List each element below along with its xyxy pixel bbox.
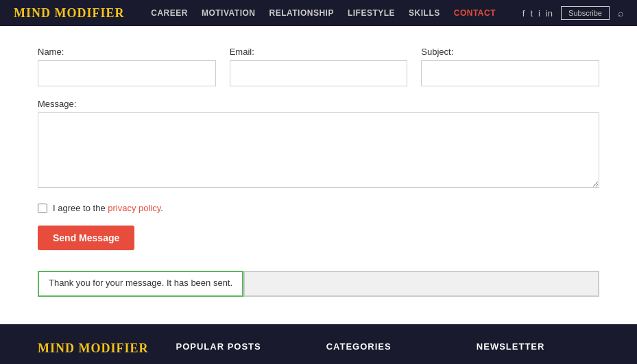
success-bar-filler <box>243 271 599 297</box>
site-logo: MIND MODIFIER <box>14 6 125 21</box>
twitter-icon[interactable]: t <box>530 8 533 19</box>
name-group: Name: <box>38 47 216 86</box>
categories-title: CATEGORIES <box>326 341 449 352</box>
email-group: Email: <box>230 47 408 86</box>
nav-lifestyle[interactable]: LIFESTYLE <box>348 8 395 18</box>
nav-motivation[interactable]: MOTIVATION <box>202 8 256 18</box>
name-input[interactable] <box>38 60 216 86</box>
popular-posts-title: POPULAR POSTS <box>176 341 299 352</box>
message-textarea[interactable] <box>38 112 599 188</box>
footer-newsletter: NEWSLETTER <box>477 341 599 355</box>
email-input[interactable] <box>230 60 408 86</box>
subscribe-button[interactable]: Subscribe <box>561 6 610 20</box>
footer-popular-posts: POPULAR POSTS <box>176 341 299 355</box>
privacy-row: I agree to the privacy policy. <box>38 203 599 213</box>
instagram-icon[interactable]: i <box>538 8 540 19</box>
send-message-button[interactable]: Send Message <box>38 226 134 250</box>
site-footer: MIND MODIFIER POPULAR POSTS CATEGORIES N… <box>0 324 637 364</box>
top-form-row: Name: Email: Subject: <box>38 47 599 86</box>
nav-career[interactable]: CAREER <box>151 8 188 18</box>
header-right: f t i in Subscribe ⌕ <box>522 6 623 20</box>
subject-label: Subject: <box>421 47 599 57</box>
subject-input[interactable] <box>421 60 599 86</box>
site-header: MIND MODIFIER CAREER MOTIVATION RELATION… <box>0 0 637 26</box>
linkedin-icon[interactable]: in <box>546 8 553 19</box>
message-group: Message: <box>38 99 599 191</box>
footer-inner: MIND MODIFIER POPULAR POSTS CATEGORIES N… <box>38 341 599 356</box>
privacy-policy-link[interactable]: privacy policy <box>108 203 160 213</box>
footer-categories: CATEGORIES <box>326 341 449 355</box>
main-content: Name: Email: Subject: Message: I agree t… <box>0 26 637 324</box>
nav-contact[interactable]: CONTACT <box>454 8 496 18</box>
footer-logo: MIND MODIFIER <box>38 341 149 356</box>
name-label: Name: <box>38 47 216 57</box>
success-message: Thank you for your message. It has been … <box>38 271 243 297</box>
nav-skills[interactable]: SKILLS <box>409 8 440 18</box>
success-bar: Thank you for your message. It has been … <box>38 271 599 297</box>
subject-group: Subject: <box>421 47 599 86</box>
facebook-icon[interactable]: f <box>522 8 525 19</box>
search-icon[interactable]: ⌕ <box>618 8 623 19</box>
privacy-text: I agree to the privacy policy. <box>53 203 163 213</box>
privacy-checkbox[interactable] <box>38 204 47 213</box>
main-nav: CAREER MOTIVATION RELATIONSHIP LIFESTYLE… <box>151 8 496 18</box>
nav-relationship[interactable]: RELATIONSHIP <box>269 8 333 18</box>
newsletter-title: NEWSLETTER <box>477 341 599 352</box>
email-label: Email: <box>230 47 408 57</box>
social-icons: f t i in <box>522 8 553 19</box>
message-label: Message: <box>38 99 599 109</box>
